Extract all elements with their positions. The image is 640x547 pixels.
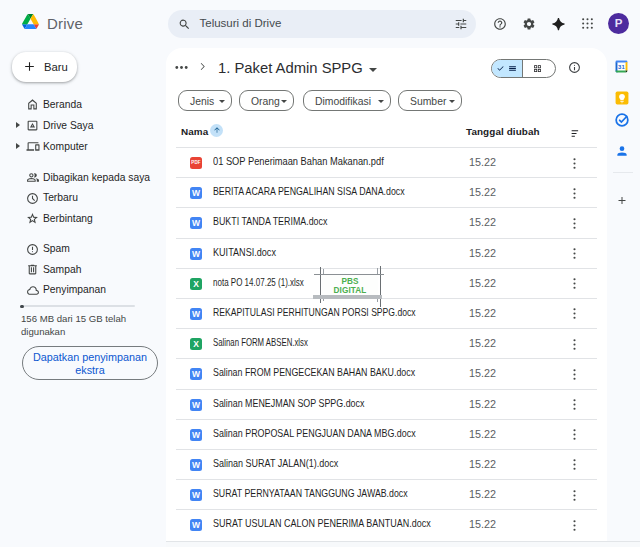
svg-text:31: 31 [618,64,625,70]
